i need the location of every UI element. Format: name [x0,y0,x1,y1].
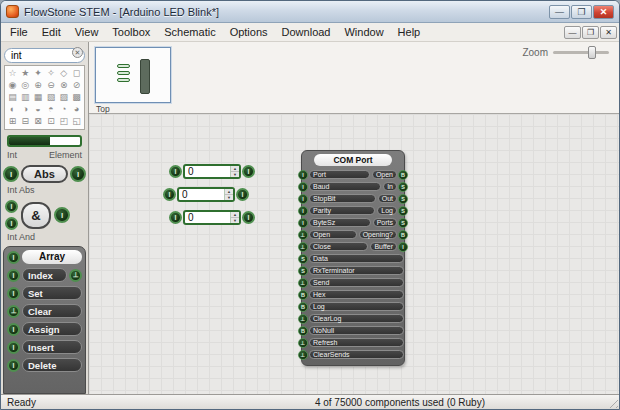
stepper-down-icon[interactable]: ▼ [231,218,239,223]
palette-category-icon[interactable]: ▨ [57,92,70,103]
com-port-row[interactable]: S Data [302,253,404,264]
and-block-label[interactable]: & [21,202,51,229]
value-field[interactable]: 0 [185,212,230,223]
palette-category-icon[interactable]: ◱ [70,116,83,127]
input-connector[interactable]: I [3,166,19,182]
mdi-close-button[interactable]: ✕ [600,26,617,39]
output-connector[interactable]: I [54,207,70,223]
input-connector[interactable]: I [5,200,18,213]
palette-category-icon[interactable]: ▥ [19,92,32,103]
input-connector[interactable]: B [298,326,308,336]
com-port-row[interactable]: I Baud In S [302,181,404,192]
int-input-module[interactable]: I 0 ▲ ▼ I [169,164,255,179]
palette-category-icon[interactable]: ▩ [70,92,83,103]
input-connector[interactable]: ⊥ [298,314,308,324]
input-connector[interactable]: I [7,341,20,354]
palette-category-icon[interactable]: ◔ [57,104,70,115]
array-row[interactable]: I Delete [7,358,82,372]
palette-category-icon[interactable]: ⊘ [70,80,83,91]
palette-category-icon[interactable]: ⊖ [44,80,57,91]
input-connector[interactable]: I [5,217,18,230]
palette-category-icon[interactable]: ⊡ [44,116,57,127]
output-connector[interactable]: S [398,194,408,204]
menu-item[interactable]: File [3,24,35,40]
com-port-row[interactable]: ⊥ Open Opening? B [302,229,404,240]
input-connector[interactable]: S [298,254,308,264]
array-row[interactable]: I Index ⊥ [7,268,82,282]
array-component[interactable]: I Array I Index ⊥ I [3,246,86,394]
abs-block-label[interactable]: Abs [21,165,68,183]
menu-item[interactable]: Help [391,24,428,40]
com-port-row[interactable]: I StopBit Out S [302,193,404,204]
palette-category-icon[interactable]: ◓ [44,104,57,115]
com-port-module[interactable]: COM Port I Port Open B I [301,150,405,366]
menu-item[interactable]: Download [275,24,338,40]
com-port-row[interactable]: B NoNull [302,325,404,336]
resize-grip-icon[interactable] [606,396,618,408]
input-connector[interactable]: I [7,359,20,372]
input-connector[interactable]: I [163,188,176,201]
palette-category-icon[interactable]: ◒ [32,104,45,115]
clear-search-icon[interactable]: ✕ [72,47,83,58]
palette-category-icon[interactable]: ▧ [44,92,57,103]
output-connector[interactable]: I [236,188,249,201]
palette-category-icon[interactable]: ⊞ [6,116,19,127]
com-port-row[interactable]: B Log [302,301,404,312]
palette-category-icon[interactable]: ☆ [6,68,19,79]
menu-item[interactable]: Options [223,24,275,40]
palette-category-icon[interactable]: ✦ [32,68,45,79]
com-port-row[interactable]: ⊥ ClearLog [302,313,404,324]
palette-category-icon[interactable]: ◑ [19,104,32,115]
input-connector[interactable]: B [298,290,308,300]
menu-item[interactable]: Toolbox [105,24,157,40]
input-connector[interactable]: I [7,287,20,300]
navigator-tab-label[interactable]: Top [96,104,110,114]
close-button[interactable]: ✕ [593,5,614,19]
schematic-thumbnail[interactable] [95,47,171,103]
input-connector[interactable]: I [7,251,20,264]
palette-category-icon[interactable]: ◻ [70,68,83,79]
int-input-module[interactable]: I 0 ▲ ▼ I [169,210,255,225]
mdi-restore-button[interactable]: ❐ [582,26,599,39]
palette-category-icon[interactable]: ◕ [70,104,83,115]
palette-category-icon[interactable]: ✧ [44,68,57,79]
output-connector[interactable]: B [398,170,408,180]
input-connector[interactable]: I [7,269,20,282]
palette-category-icon[interactable]: ★ [19,68,32,79]
input-connector[interactable]: I [7,323,20,336]
title-bar[interactable]: FlowStone STEM - [Arduino LED Blink*] — … [1,1,619,23]
array-row[interactable]: I Set [7,286,82,300]
menu-item[interactable]: Edit [35,24,68,40]
input-connector[interactable]: ⊥ [298,278,308,288]
menu-item[interactable]: View [68,24,106,40]
input-connector[interactable]: I [298,206,308,216]
zoom-slider[interactable] [553,51,609,54]
zoom-slider-thumb[interactable] [588,46,596,59]
com-port-row[interactable]: I ByteSz Ports S [302,217,404,228]
int-component-preview[interactable] [7,135,82,147]
com-port-row[interactable]: S RxTerminator [302,265,404,276]
array-row[interactable]: ⊥ Clear [7,304,82,318]
minimize-button[interactable]: — [549,5,570,19]
palette-category-icon[interactable]: ◇ [57,68,70,79]
palette-category-icon[interactable]: ◐ [6,104,19,115]
palette-category-icon[interactable]: ⊕ [32,80,45,91]
input-connector[interactable]: ⊥ [298,230,308,240]
com-port-row[interactable]: ⊥ ClearSends [302,349,404,360]
input-connector[interactable]: I [298,182,308,192]
output-connector[interactable]: I [70,166,86,182]
input-connector[interactable]: I [298,170,308,180]
maximize-button[interactable]: ❐ [571,5,592,19]
input-connector[interactable]: ⊥ [298,338,308,348]
palette-category-icon[interactable]: ⊠ [32,116,45,127]
palette-category-icon[interactable]: ◰ [57,116,70,127]
int-input-module[interactable]: I 0 ▲ ▼ I [163,187,249,202]
input-connector[interactable]: I [169,211,182,224]
input-connector[interactable]: ⊥ [7,305,20,318]
schematic-canvas[interactable]: I 0 ▲ ▼ I I [89,114,619,394]
palette-category-icon[interactable]: ⊗ [57,80,70,91]
output-connector[interactable]: B [398,230,408,240]
value-field[interactable]: 0 [179,189,224,200]
output-connector[interactable]: S [398,182,408,192]
output-connector[interactable]: S [398,218,408,228]
